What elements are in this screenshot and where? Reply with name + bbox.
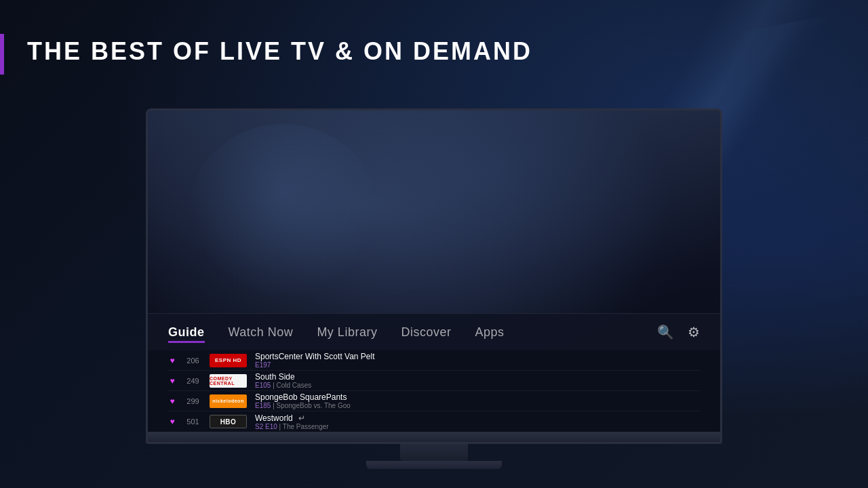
- tv-stand-neck: [400, 444, 468, 461]
- heart-icon-249: ♥: [168, 376, 176, 386]
- channel-list: ♥ 206 ESPN HD SportsCenter With Scott Va…: [148, 350, 720, 432]
- channel-info-206: SportsCenter With Scott Van Pelt E197: [255, 352, 700, 369]
- tv-frame: Guide Watch Now My Library Discover Apps…: [146, 108, 722, 461]
- tv-screen: Guide Watch Now My Library Discover Apps…: [146, 108, 722, 434]
- page-title: THE BEST OF LIVE TV & ON DEMAND: [27, 37, 532, 66]
- nav-icons: 🔍 ⚙: [657, 324, 700, 340]
- accent-bar: [0, 34, 4, 75]
- nav-item-watch-now[interactable]: Watch Now: [229, 322, 294, 343]
- episode-number-249: E105: [255, 382, 271, 389]
- tv-stand-base: [366, 461, 502, 469]
- heart-icon-299: ♥: [168, 396, 176, 406]
- channel-number-299: 299: [184, 397, 201, 405]
- channel-title-206: SportsCenter With Scott Van Pelt: [255, 352, 700, 361]
- navigation-bar: Guide Watch Now My Library Discover Apps…: [148, 313, 720, 350]
- channel-number-501: 501: [184, 418, 201, 426]
- episode-number-299: E185: [255, 402, 271, 409]
- nav-item-my-library[interactable]: My Library: [317, 322, 377, 343]
- comedy-central-logo: COMEDY CENTRAL: [210, 374, 247, 388]
- channel-title-249: South Side: [255, 372, 700, 382]
- channel-title-501: Westworld ↵: [255, 413, 700, 423]
- nav-item-discover[interactable]: Discover: [401, 322, 451, 343]
- channel-item-299[interactable]: ♥ 299 nickelodeon SpongeBob SquarePants …: [168, 391, 700, 411]
- channel-number-206: 206: [184, 357, 201, 365]
- channel-item-501[interactable]: ♥ 501 HBO Westworld ↵ S2 E10 | The Passe…: [168, 411, 700, 432]
- channel-item-249[interactable]: ♥ 249 COMEDY CENTRAL South Side E105 | C…: [168, 371, 700, 391]
- channel-item-206[interactable]: ♥ 206 ESPN HD SportsCenter With Scott Va…: [168, 350, 700, 371]
- hbo-logo: HBO: [210, 415, 247, 428]
- channel-subtitle-501: S2 E10 | The Passenger: [255, 423, 700, 430]
- episode-number-206: E197: [255, 361, 271, 369]
- search-icon[interactable]: 🔍: [657, 324, 674, 340]
- channel-subtitle-206: E197: [255, 361, 700, 369]
- settings-icon[interactable]: ⚙: [688, 324, 700, 340]
- warrior-silhouette: [189, 124, 378, 300]
- heart-icon-206: ♥: [168, 356, 176, 365]
- replay-icon-501: ↵: [298, 413, 305, 423]
- tv-bezel-bottom: [146, 434, 722, 444]
- espn-logo: ESPN HD: [210, 354, 247, 367]
- channel-info-249: South Side E105 | Cold Cases: [255, 372, 700, 389]
- nav-item-apps[interactable]: Apps: [475, 322, 504, 343]
- nickelodeon-logo: nickelodeon: [210, 394, 247, 408]
- heart-icon-501: ♥: [168, 417, 176, 426]
- channel-title-299: SpongeBob SquarePants: [255, 392, 700, 402]
- channel-info-501: Westworld ↵ S2 E10 | The Passenger: [255, 413, 700, 430]
- episode-number-501: S2 E10: [255, 423, 277, 430]
- nav-items: Guide Watch Now My Library Discover Apps: [168, 322, 657, 343]
- channel-info-299: SpongeBob SquarePants E185 | SpongeBob v…: [255, 392, 700, 409]
- channel-subtitle-299: E185 | SpongeBob vs. The Goo: [255, 402, 700, 409]
- channel-number-249: 249: [184, 377, 201, 385]
- channel-subtitle-249: E105 | Cold Cases: [255, 382, 700, 389]
- nav-item-guide[interactable]: Guide: [168, 322, 205, 343]
